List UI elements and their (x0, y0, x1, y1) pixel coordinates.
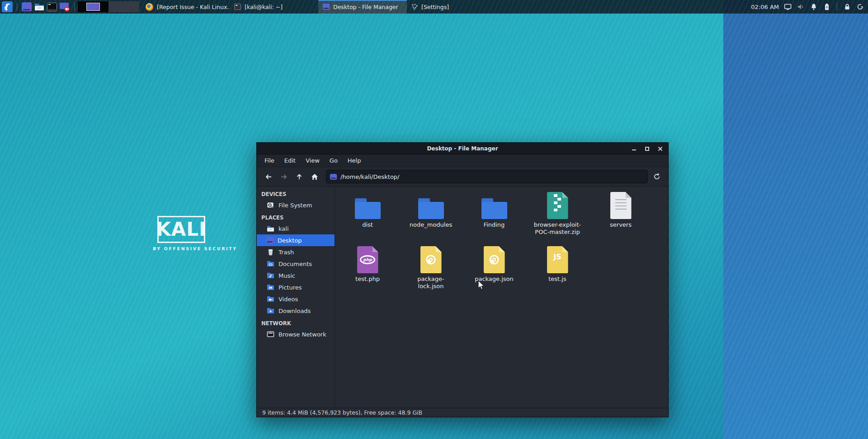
sidebar-item-pictures[interactable]: Pictures (257, 281, 335, 293)
folder-icon (34, 3, 44, 11)
sidebar-item-label: Downloads (278, 308, 311, 314)
reload-button[interactable] (650, 169, 664, 184)
panel-clock[interactable]: 02:06 AM (751, 4, 779, 10)
sidebar-item-downloads[interactable]: Downloads (257, 305, 335, 317)
panel-separator (74, 3, 75, 11)
desktop-icon (22, 2, 32, 11)
window-titlebar[interactable]: Desktop - File Manager (257, 143, 668, 154)
location-folder-icon (330, 174, 337, 180)
kali-watermark-title: KALI (156, 220, 206, 239)
file-item-servers[interactable]: servers (589, 187, 652, 242)
json-file-icon (420, 246, 442, 273)
sidebar-item-kali[interactable]: kali (257, 223, 335, 234)
maximize-button[interactable] (644, 146, 650, 151)
volume-muted-icon[interactable] (797, 3, 805, 11)
sidebar-item-videos[interactable]: Videos (257, 293, 335, 305)
window-body: DEVICES File System PLACES kali Desktop (257, 187, 668, 408)
sidebar-item-file-system[interactable]: File System (257, 199, 335, 211)
launcher-terminal[interactable] (46, 0, 58, 13)
menu-file[interactable]: File (259, 154, 279, 167)
file-label: node_modules (410, 221, 452, 229)
folder-icon (481, 198, 507, 219)
file-manager-window-icon (323, 4, 330, 10)
home-button[interactable] (307, 169, 322, 184)
back-button[interactable] (261, 169, 276, 184)
sidebar-item-label: Trash (278, 249, 294, 256)
path-bar[interactable]: /home/kali/Desktop/ (326, 170, 648, 183)
wallpaper-blue-section (723, 0, 868, 439)
minimize-button[interactable] (631, 146, 637, 151)
taskbar-button-file-manager[interactable]: Desktop - File Manager (318, 0, 407, 14)
taskbar-button-settings[interactable]: [Settings] (407, 0, 495, 14)
up-button[interactable] (292, 169, 307, 184)
minimize-icon (632, 149, 636, 150)
kali-watermark-subtitle: BY OFFENSIVE SECURITY (153, 246, 210, 251)
file-label: dist (362, 221, 373, 229)
window-menubar: File Edit View Go Help (257, 154, 668, 167)
file-item-package-lock-json[interactable]: package-lock.json (399, 242, 462, 296)
home-folder-icon (266, 224, 274, 233)
screen-recorder-icon (59, 2, 70, 12)
file-item-finding[interactable]: Finding (462, 187, 526, 242)
file-item-test-php[interactable]: php test.php (336, 242, 399, 296)
json-file-icon (484, 246, 505, 273)
file-item-package-json[interactable]: package.json (462, 242, 526, 296)
launcher-screen-recorder[interactable] (58, 0, 71, 13)
kali-dragon-icon (2, 1, 13, 12)
sidebar-header-places: PLACES (257, 212, 335, 223)
file-manager-window: Desktop - File Manager File Edit View Go… (256, 142, 669, 417)
kali-menu-button[interactable] (1, 0, 14, 13)
taskbar-button-firefox[interactable]: [Report Issue - Kali Linux... (141, 0, 230, 14)
forward-arrow-icon (280, 173, 288, 181)
taskbar-button-label: Desktop - File Manager (333, 4, 398, 10)
menu-edit[interactable]: Edit (279, 154, 301, 167)
menu-help[interactable]: Help (343, 154, 366, 167)
sidebar-item-browse-network[interactable]: Browse Network (257, 328, 335, 340)
file-view[interactable]: dist node_modules Finding browser-exploi… (335, 187, 668, 408)
up-arrow-icon (295, 173, 303, 181)
workspace-2[interactable] (108, 1, 139, 12)
taskbar-button-label: [kali@kali: ~] (245, 4, 283, 10)
kali-watermark: KALI BY OFFENSIVE SECURITY (153, 216, 210, 251)
file-label: test.php (355, 276, 380, 283)
window-controls (631, 143, 663, 154)
file-item-test-js[interactable]: JS test.js (526, 242, 589, 296)
battery-icon[interactable] (823, 3, 831, 11)
workspace-switcher[interactable] (78, 1, 139, 12)
folder-icon (355, 198, 381, 219)
lock-screen-icon[interactable] (843, 3, 851, 11)
launcher-file-manager[interactable] (33, 0, 46, 13)
text-document-icon (610, 192, 632, 219)
trash-icon (266, 248, 274, 256)
sidebar-item-music[interactable]: Music (257, 270, 335, 281)
kali-watermark-box: KALI (157, 216, 205, 243)
file-item-dist[interactable]: dist (336, 187, 399, 242)
mouse-cursor (477, 280, 486, 293)
close-button[interactable] (657, 146, 663, 151)
sidebar-header-devices: DEVICES (257, 189, 335, 199)
sidebar-item-label: File System (278, 202, 312, 209)
file-item-node-modules[interactable]: node_modules (399, 187, 462, 242)
workspace-1[interactable] (78, 1, 108, 12)
sidebar-item-trash[interactable]: Trash (257, 246, 335, 258)
zip-archive-icon (547, 192, 568, 219)
firefox-icon (146, 3, 153, 11)
display-icon[interactable] (783, 3, 792, 11)
network-icon (266, 330, 274, 338)
forward-button[interactable] (276, 169, 292, 184)
logout-icon[interactable] (856, 3, 864, 11)
notifications-bell-icon[interactable] (810, 3, 818, 11)
php-file-icon: php (357, 246, 378, 273)
maximize-icon (645, 147, 649, 151)
panel-separator (17, 3, 17, 11)
window-title: Desktop - File Manager (427, 145, 498, 152)
sidebar-item-desktop[interactable]: Desktop (257, 234, 335, 246)
menu-view[interactable]: View (301, 154, 325, 167)
launcher-show-desktop[interactable] (20, 0, 33, 13)
file-item-browser-exploit-zip[interactable]: browser-exploit-POC-master.zip (526, 187, 589, 242)
sidebar-header-network: NETWORK (257, 318, 335, 328)
sidebar-item-documents[interactable]: Documents (257, 258, 335, 270)
taskbar-button-terminal[interactable]: [kali@kali: ~] (230, 0, 318, 14)
close-icon (658, 146, 663, 151)
menu-go[interactable]: Go (325, 154, 343, 167)
